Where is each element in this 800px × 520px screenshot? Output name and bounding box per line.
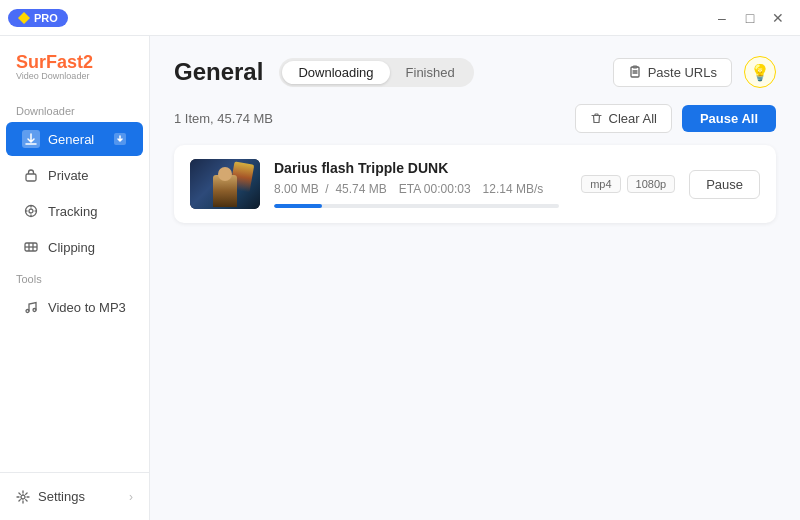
main-content: General Downloading Finished Paste URLs [150,36,800,520]
quality-badge: 1080p [627,175,676,193]
sidebar-item-clipping[interactable]: Clipping [6,230,143,264]
bulb-icon: 💡 [750,63,770,82]
clear-all-label: Clear All [609,111,657,126]
title-bar: PRO – □ ✕ [0,0,800,36]
diamond-icon [18,12,30,24]
main-header: General Downloading Finished Paste URLs [174,56,776,88]
settings-item[interactable]: Settings › [0,481,149,512]
download-card: Darius flash Tripple DUNK 8.00 MB / 45.7… [174,145,776,223]
tab-group: Downloading Finished [279,58,473,87]
svg-point-13 [26,310,29,313]
app-logo: SurFast2 Video Downloader [0,52,149,97]
settings-label: Settings [38,489,85,504]
sidebar: SurFast2 Video Downloader Downloader Gen… [0,36,150,520]
download-icon-right [113,132,127,146]
svg-point-15 [21,495,25,499]
page-title: General [174,58,263,86]
download-icon [22,130,40,148]
downloader-section-label: Downloader [0,97,149,121]
trash-icon [590,112,603,125]
sidebar-item-private-label: Private [48,168,88,183]
format-badges: mp4 1080p [581,175,675,193]
list-actions: Clear All Pause All [575,104,776,133]
sidebar-item-tracking-label: Tracking [48,204,97,219]
header-actions: Paste URLs 💡 [613,56,776,88]
download-info: Darius flash Tripple DUNK 8.00 MB / 45.7… [274,160,559,208]
pause-all-button[interactable]: Pause All [682,105,776,132]
paste-urls-button[interactable]: Paste URLs [613,58,732,87]
format-badge: mp4 [581,175,620,193]
download-speed: 12.14 MB/s [483,182,544,196]
thumb-character [213,175,237,207]
clipping-icon [22,238,40,256]
close-button[interactable]: ✕ [764,4,792,32]
sidebar-item-general[interactable]: General [6,122,143,156]
settings-icon [16,490,30,504]
sidebar-item-video-to-mp3[interactable]: Video to MP3 [6,290,143,324]
app-body: SurFast2 Video Downloader Downloader Gen… [0,36,800,520]
pro-badge[interactable]: PRO [8,9,68,27]
paste-urls-label: Paste URLs [648,65,717,80]
pro-label: PRO [34,12,58,24]
list-header: 1 Item, 45.74 MB Clear All Pause All [174,104,776,133]
pause-button[interactable]: Pause [689,170,760,199]
progress-bar [274,204,559,208]
maximize-button[interactable]: □ [736,4,764,32]
chevron-right-icon: › [129,490,133,504]
item-count: 1 Item, 45.74 MB [174,111,273,126]
sidebar-item-video-to-mp3-label: Video to MP3 [48,300,126,315]
clipboard-icon [628,65,642,79]
sidebar-bottom: Settings › [0,472,149,520]
sidebar-item-clipping-label: Clipping [48,240,95,255]
thumbnail [190,159,260,209]
sidebar-item-tracking[interactable]: Tracking [6,194,143,228]
logo-subtitle: Video Downloader [16,71,133,81]
svg-marker-0 [18,12,30,24]
tools-section-label: Tools [0,265,149,289]
download-size: 8.00 MB / 45.74 MB [274,182,387,196]
tab-finished[interactable]: Finished [390,61,471,84]
download-eta: ETA 00:00:03 [399,182,471,196]
clear-all-button[interactable]: Clear All [575,104,672,133]
tab-downloading[interactable]: Downloading [282,61,389,84]
sidebar-item-general-label: General [48,132,94,147]
music-icon [22,298,40,316]
thumbnail-bg [190,159,260,209]
sidebar-item-private[interactable]: Private [6,158,143,192]
progress-fill [274,204,322,208]
logo-name: SurFast2 [16,52,133,73]
svg-point-4 [29,209,33,213]
svg-rect-2 [26,174,36,181]
svg-point-14 [33,309,36,312]
download-meta: 8.00 MB / 45.74 MB ETA 00:00:03 12.14 MB… [274,182,559,196]
private-icon [22,166,40,184]
page-title-area: General Downloading Finished [174,58,474,87]
tracking-icon [22,202,40,220]
minimize-button[interactable]: – [708,4,736,32]
download-title: Darius flash Tripple DUNK [274,160,559,176]
bulb-button[interactable]: 💡 [744,56,776,88]
